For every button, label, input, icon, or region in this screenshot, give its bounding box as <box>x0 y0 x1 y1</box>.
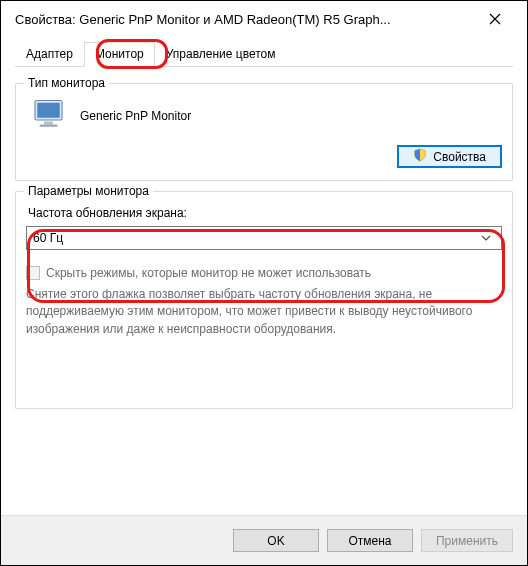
dialog-footer: OK Отмена Применить <box>1 515 527 565</box>
refresh-rate-label: Частота обновления экрана: <box>28 206 502 220</box>
close-icon <box>489 13 501 25</box>
monitor-name: Generic PnP Monitor <box>80 109 191 123</box>
hide-modes-label: Скрыть режимы, которые монитор не может … <box>46 266 371 280</box>
tab-monitor[interactable]: Монитор <box>84 42 155 67</box>
shield-icon <box>413 148 427 165</box>
monitor-params-label: Параметры монитора <box>24 184 153 198</box>
monitor-type-group: Тип монитора Generic PnP Monitor <box>15 83 513 181</box>
hide-modes-checkbox[interactable] <box>26 266 40 280</box>
cancel-button[interactable]: Отмена <box>327 529 413 552</box>
tabs: Адаптер Монитор Управление цветом <box>1 37 527 67</box>
monitor-type-label: Тип монитора <box>24 76 109 90</box>
tab-adapter[interactable]: Адаптер <box>15 42 84 67</box>
window-title: Свойства: Generic PnP Monitor и AMD Rade… <box>15 12 473 27</box>
refresh-rate-select[interactable]: 60 Гц <box>26 226 502 250</box>
apply-button[interactable]: Применить <box>421 529 513 552</box>
tab-content: Тип монитора Generic PnP Monitor <box>1 67 527 409</box>
svg-rect-1 <box>37 103 60 118</box>
svg-rect-2 <box>44 122 53 125</box>
svg-rect-3 <box>40 125 58 127</box>
tab-color-management[interactable]: Управление цветом <box>155 42 287 67</box>
monitor-properties-button[interactable]: Свойства <box>397 145 502 168</box>
properties-dialog: Свойства: Generic PnP Monitor и AMD Rade… <box>0 0 528 566</box>
close-button[interactable] <box>473 1 517 37</box>
ok-button[interactable]: OK <box>233 529 319 552</box>
monitor-properties-label: Свойства <box>433 150 486 164</box>
monitor-params-group: Параметры монитора Частота обновления эк… <box>15 191 513 409</box>
monitor-icon <box>32 96 68 135</box>
hide-modes-help: Снятие этого флажка позволяет выбрать ча… <box>26 286 502 338</box>
refresh-rate-value: 60 Гц <box>33 231 63 245</box>
chevron-down-icon <box>477 235 495 241</box>
titlebar: Свойства: Generic PnP Monitor и AMD Rade… <box>1 1 527 37</box>
